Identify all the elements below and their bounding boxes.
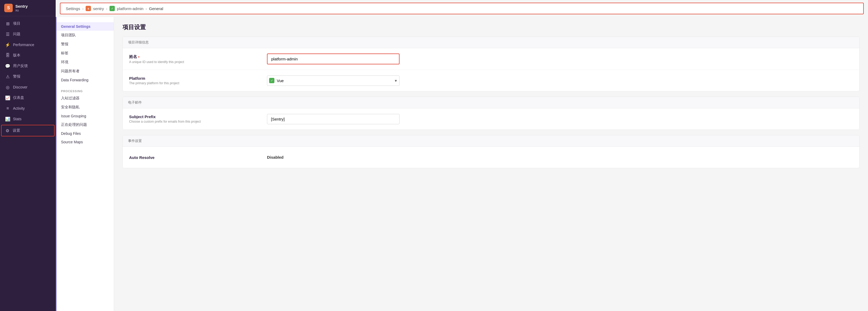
platform-input-col: ✓ Vue ▾ — [267, 75, 853, 86]
platform-select-wrapper: ✓ Vue ▾ — [267, 75, 400, 86]
settings-nav-processing-issues[interactable]: 正在处理的问题 — [56, 120, 114, 129]
settings-nav-section: General Settings 项目团队 警报 标签 环境 问题所有者 — [56, 21, 114, 85]
sidebar-item-dashboards[interactable]: 📈 仪表盘 — [0, 93, 56, 103]
sidebar-item-label: Stats — [13, 117, 22, 121]
name-row: 姓名 • A unique ID used to identify this p… — [123, 48, 859, 70]
alerts-icon: ⚠ — [5, 74, 10, 79]
dashboards-icon: 📈 — [5, 95, 10, 100]
sidebar-item-issues[interactable]: ☰ 问题 — [0, 29, 56, 39]
sidebar-item-projects[interactable]: ⊞ 项目 — [0, 18, 56, 29]
subject-prefix-label-col: Subject Prefix Choose a custom prefix fo… — [129, 114, 267, 124]
sidebar-item-label: Discover — [13, 85, 27, 89]
sidebar-item-releases[interactable]: 🗄 版本 — [0, 50, 56, 61]
sidebar-item-label: Performance — [13, 43, 34, 47]
breadcrumb-project[interactable]: platform-admin — [117, 6, 144, 11]
settings-left-panel: General Settings 项目团队 警报 标签 环境 问题所有者 — [56, 17, 114, 311]
page-title: 项目设置 — [123, 23, 860, 31]
subject-prefix-label: Subject Prefix — [129, 114, 267, 119]
breadcrumb-settings[interactable]: Settings — [66, 6, 80, 11]
releases-icon: 🗄 — [5, 53, 10, 58]
settings-icon: ⚙ — [5, 128, 10, 133]
subject-prefix-description: Choose a custom prefix for emails from t… — [129, 120, 267, 124]
org-sub: xu — [16, 8, 28, 12]
settings-right-panel: 项目设置 项目详细信息 姓名 • A unique ID used to ide… — [114, 17, 868, 311]
sidebar-item-discover[interactable]: ◎ Discover — [0, 82, 56, 93]
event-settings-header: 事件设置 — [123, 135, 859, 147]
project-name-input[interactable] — [267, 54, 400, 64]
platform-label: Platform — [129, 76, 267, 80]
settings-nav-general[interactable]: General Settings — [56, 22, 114, 31]
sidebar-item-alerts[interactable]: ⚠ 警报 — [0, 71, 56, 82]
platform-select[interactable]: Vue — [267, 75, 400, 86]
sidebar-item-label: 设置 — [13, 128, 20, 133]
settings-nav-team[interactable]: 项目团队 — [56, 31, 114, 40]
sidebar-item-label: Activity — [13, 106, 25, 110]
project-info-section: 项目详细信息 姓名 • A unique ID used to identify… — [123, 37, 860, 92]
settings-nav-issue-grouping[interactable]: Issue Grouping — [56, 112, 114, 120]
email-header: 电子邮件 — [123, 97, 859, 108]
sidebar-item-stats[interactable]: 📊 Stats — [0, 114, 56, 124]
settings-nav-tags[interactable]: 标签 — [56, 49, 114, 58]
discover-icon: ◎ — [5, 84, 10, 90]
breadcrumb-sep-3: › — [146, 6, 147, 11]
project-info-header: 项目详细信息 — [123, 37, 859, 48]
name-description: A unique ID used to identify this projec… — [129, 60, 267, 64]
activity-icon: ≡ — [5, 106, 10, 111]
platform-label-col: Platform The primary platform for this p… — [129, 76, 267, 85]
sidebar-item-settings[interactable]: ⚙ 设置 — [1, 125, 55, 136]
sidebar-item-label: 警报 — [13, 74, 21, 79]
stats-icon: 📊 — [5, 116, 10, 122]
org-switcher[interactable]: S Sentry xu — [0, 0, 56, 16]
name-input-col — [267, 54, 853, 64]
name-label: 姓名 • — [129, 54, 267, 59]
processing-section: PROCESSING 入站过滤器 安全和隐私 Issue Grouping 正在… — [56, 85, 114, 147]
issues-icon: ☰ — [5, 32, 10, 37]
platform-row: Platform The primary platform for this p… — [123, 70, 859, 91]
email-section: 电子邮件 Subject Prefix Choose a custom pref… — [123, 97, 860, 130]
org-name: Sentry — [16, 4, 28, 8]
settings-nav-data-forwarding[interactable]: Data Forwarding — [56, 76, 114, 84]
settings-nav-environments[interactable]: 环境 — [56, 58, 114, 67]
org-icon: s — [86, 6, 91, 11]
settings-nav-debug-files[interactable]: Debug Files — [56, 129, 114, 138]
subject-prefix-row: Subject Prefix Choose a custom prefix fo… — [123, 108, 859, 130]
project-icon: ✓ — [110, 6, 115, 11]
sidebar-item-feedback[interactable]: 💬 用户反馈 — [0, 61, 56, 71]
auto-resolve-value-col: Disabled — [267, 155, 853, 160]
subject-prefix-input-col — [267, 114, 853, 124]
processing-header: PROCESSING — [56, 87, 114, 94]
sidebar: S Sentry xu ⊞ 项目 ☰ 问题 ⚡ Performance 🗄 版本… — [0, 0, 56, 311]
breadcrumb-sep-1: › — [82, 6, 84, 11]
settings-nav-owners[interactable]: 问题所有者 — [56, 67, 114, 76]
name-required: • — [138, 55, 140, 59]
auto-resolve-label-col: Auto Resolve — [129, 155, 267, 160]
content-area: General Settings 项目团队 警报 标签 环境 问题所有者 — [56, 17, 868, 311]
settings-nav-source-maps[interactable]: Source Maps — [56, 138, 114, 146]
breadcrumb-current: General — [149, 6, 163, 11]
main-content: Settings › s sentry › ✓ platform-admin ›… — [56, 0, 868, 311]
auto-resolve-status: Disabled — [267, 155, 284, 160]
auto-resolve-label: Auto Resolve — [129, 155, 267, 160]
platform-description: The primary platform for this project — [129, 81, 267, 85]
subject-prefix-input[interactable] — [267, 114, 400, 124]
breadcrumb-sep-2: › — [106, 6, 107, 11]
settings-nav-alerts[interactable]: 警报 — [56, 40, 114, 49]
sidebar-item-activity[interactable]: ≡ Activity — [0, 103, 56, 114]
breadcrumb-org[interactable]: sentry — [93, 6, 104, 11]
main-nav: ⊞ 项目 ☰ 问题 ⚡ Performance 🗄 版本 💬 用户反馈 ⚠ 警报… — [0, 16, 56, 311]
settings-nav-security[interactable]: 安全和隐私 — [56, 103, 114, 112]
breadcrumb: Settings › s sentry › ✓ platform-admin ›… — [60, 3, 864, 14]
event-settings-section: 事件设置 Auto Resolve Disabled — [123, 135, 860, 168]
settings-nav-inbound-filters[interactable]: 入站过滤器 — [56, 94, 114, 103]
org-logo: S — [4, 4, 13, 12]
projects-icon: ⊞ — [5, 21, 10, 26]
feedback-icon: 💬 — [5, 63, 10, 69]
sidebar-item-label: 项目 — [13, 21, 21, 26]
sidebar-item-label: 用户反馈 — [13, 64, 28, 68]
name-label-col: 姓名 • A unique ID used to identify this p… — [129, 54, 267, 64]
sidebar-item-label: 问题 — [13, 32, 21, 37]
sidebar-item-performance[interactable]: ⚡ Performance — [0, 39, 56, 50]
sidebar-item-label: 仪表盘 — [13, 95, 24, 100]
sidebar-item-label: 版本 — [13, 53, 21, 58]
performance-icon: ⚡ — [5, 42, 10, 47]
